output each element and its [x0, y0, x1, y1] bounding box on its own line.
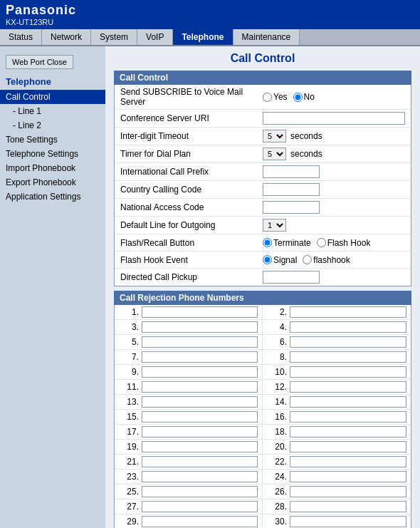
- radio-signal-text: Signal: [273, 255, 297, 265]
- phone-cell-24: 24.: [263, 470, 411, 485]
- phone-input-20[interactable]: [290, 441, 406, 452]
- radio-yes[interactable]: [263, 93, 272, 102]
- phone-input-9[interactable]: [142, 366, 258, 378]
- sidebar-item---line-2[interactable]: - Line 2: [0, 118, 105, 133]
- sidebar-item-telephone-settings[interactable]: Telephone Settings: [0, 147, 105, 161]
- label-inter-digit: Inter-digit Timeout: [120, 131, 263, 141]
- radio-yes-label[interactable]: Yes: [263, 92, 288, 102]
- phone-cell-5: 5.: [115, 335, 263, 350]
- input-national-access-code[interactable]: [263, 201, 320, 214]
- phone-input-4[interactable]: [290, 321, 406, 333]
- row-intl-call-prefix: International Call Prefix: [115, 163, 411, 181]
- radio-flashhook[interactable]: [317, 238, 326, 247]
- radio-no-text: No: [304, 92, 315, 102]
- phone-input-25[interactable]: [142, 486, 258, 497]
- sidebar-item-export-phonebook[interactable]: Export Phonebook: [0, 175, 105, 190]
- phone-input-11[interactable]: [142, 381, 258, 393]
- phone-num-label-26: 26.: [267, 487, 287, 497]
- radio-flashhook2[interactable]: [303, 255, 312, 264]
- select-default-line[interactable]: 12: [263, 219, 286, 232]
- phone-num-label-6: 6.: [267, 337, 287, 347]
- phone-input-19[interactable]: [142, 441, 258, 452]
- phone-input-17[interactable]: [142, 426, 258, 438]
- phone-cell-17: 17.: [115, 425, 263, 440]
- phone-num-label-22: 22.: [267, 457, 287, 467]
- brand-logo: Panasonic: [6, 3, 76, 18]
- radio-flashhook2-text: flashhook: [313, 255, 350, 265]
- input-country-calling-code[interactable]: [263, 183, 320, 196]
- radio-no[interactable]: [293, 93, 303, 102]
- phone-input-6[interactable]: [290, 336, 406, 348]
- web-port-close-button[interactable]: Web Port Close: [6, 55, 73, 69]
- phone-cell-29: 29.: [115, 514, 263, 528]
- input-conference-server[interactable]: [263, 112, 405, 125]
- phone-input-5[interactable]: [142, 336, 258, 348]
- phone-input-10[interactable]: [290, 366, 406, 378]
- phone-cell-26: 26.: [263, 485, 411, 499]
- phone-input-14[interactable]: [290, 396, 406, 408]
- phone-input-21[interactable]: [142, 456, 258, 467]
- section-body-call-control: Send SUBSCRIBE to Voice Mail Server Yes …: [114, 85, 411, 286]
- top-nav-item-system[interactable]: System: [91, 29, 137, 45]
- phone-input-22[interactable]: [290, 456, 406, 467]
- radio-signal-label[interactable]: Signal: [263, 255, 297, 265]
- phone-cell-3: 3.: [115, 320, 263, 335]
- row-flash-hook-event: Flash Hook Event Signal flashhook: [115, 252, 411, 269]
- phone-input-7[interactable]: [142, 351, 258, 363]
- sidebar-item-application-settings[interactable]: Application Settings: [0, 190, 105, 204]
- phone-input-16[interactable]: [290, 411, 406, 423]
- radio-flashhook-label[interactable]: Flash Hook: [317, 238, 371, 248]
- top-nav-item-maintenance[interactable]: Maintenance: [233, 29, 300, 45]
- label-default-line: Default Line for Outgoing: [120, 220, 263, 230]
- phone-input-1[interactable]: [142, 306, 258, 318]
- phone-cell-8: 8.: [263, 350, 411, 365]
- phone-input-30[interactable]: [290, 516, 406, 527]
- phone-input-29[interactable]: [142, 516, 258, 527]
- input-directed-call[interactable]: [263, 271, 320, 284]
- phone-input-12[interactable]: [290, 381, 406, 393]
- select-inter-digit[interactable]: 546: [263, 130, 286, 143]
- row-national-access-code: National Access Code: [115, 199, 411, 217]
- phone-input-23[interactable]: [142, 471, 258, 482]
- sidebar-item-tone-settings[interactable]: Tone Settings: [0, 133, 105, 147]
- phone-cell-20: 20.: [263, 440, 411, 455]
- phone-cell-28: 28.: [263, 499, 411, 514]
- row-directed-call: Directed Call Pickup: [115, 269, 411, 286]
- phone-input-28[interactable]: [290, 501, 406, 512]
- label-intl-call-prefix: International Call Prefix: [120, 167, 263, 177]
- phone-input-27[interactable]: [142, 501, 258, 512]
- top-nav-item-voip[interactable]: VoIP: [137, 29, 173, 45]
- value-directed-call: [263, 271, 405, 284]
- phone-cell-18: 18.: [263, 425, 411, 440]
- phone-input-15[interactable]: [142, 411, 258, 423]
- input-intl-call-prefix[interactable]: [263, 165, 320, 178]
- sidebar-item-call-control[interactable]: Call Control: [0, 90, 105, 104]
- main-content: Call Control Call Control Send SUBSCRIBE…: [105, 46, 420, 528]
- radio-signal[interactable]: [263, 255, 272, 264]
- radio-flashhook2-label[interactable]: flashhook: [303, 255, 350, 265]
- top-nav-item-status[interactable]: Status: [0, 29, 42, 45]
- phone-numbers-grid: 1.2.3.4.5.6.7.8.9.10.11.12.13.14.15.16.1…: [114, 305, 411, 528]
- phone-num-label-11: 11.: [119, 382, 139, 392]
- phone-input-18[interactable]: [290, 426, 406, 438]
- phone-input-13[interactable]: [142, 396, 258, 408]
- sidebar-item---line-1[interactable]: - Line 1: [0, 104, 105, 118]
- phone-cell-4: 4.: [263, 320, 411, 335]
- select-timer-dial-plan[interactable]: 546: [263, 147, 286, 160]
- radio-no-label[interactable]: No: [293, 92, 315, 102]
- phone-input-2[interactable]: [290, 306, 406, 318]
- phone-input-8[interactable]: [290, 351, 406, 363]
- top-nav-item-telephone[interactable]: Telephone: [173, 29, 233, 45]
- radio-terminate-label[interactable]: Terminate: [263, 238, 311, 248]
- phone-input-24[interactable]: [290, 471, 406, 482]
- phone-num-label-2: 2.: [267, 307, 287, 317]
- phone-num-label-30: 30.: [267, 517, 287, 527]
- radio-terminate[interactable]: [263, 238, 272, 247]
- label-directed-call: Directed Call Pickup: [120, 272, 263, 282]
- phone-cell-2: 2.: [263, 305, 411, 320]
- phone-input-26[interactable]: [290, 486, 406, 497]
- sidebar-item-import-phonebook[interactable]: Import Phonebook: [0, 161, 105, 175]
- top-nav-item-network[interactable]: Network: [42, 29, 91, 45]
- timer-dial-plan-unit: seconds: [290, 149, 322, 159]
- phone-input-3[interactable]: [142, 321, 258, 333]
